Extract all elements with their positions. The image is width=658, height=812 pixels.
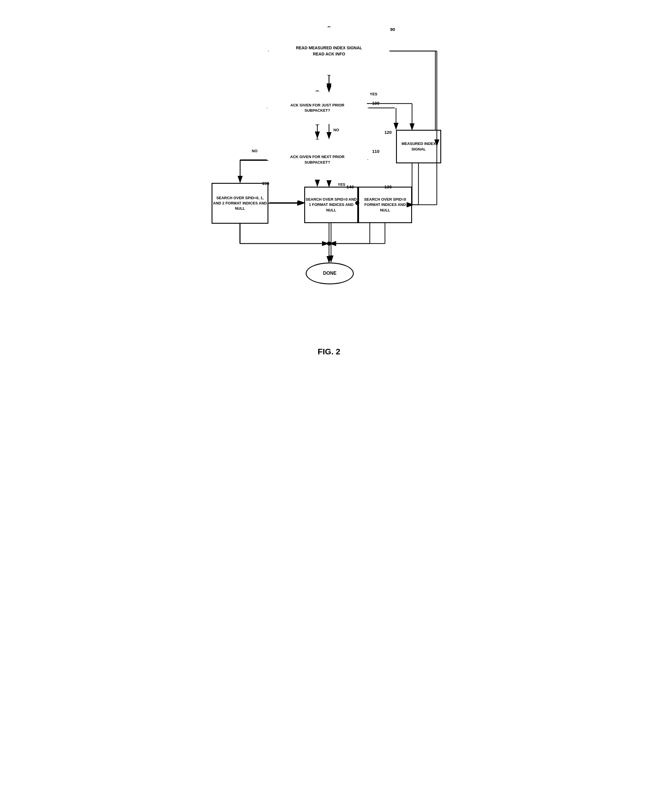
label-130: 130	[384, 184, 392, 189]
yes-label-110: YES	[338, 182, 345, 187]
rect-120: MEASURED INDEX SIGNAL	[396, 130, 441, 163]
ellipse-done: DONE	[306, 262, 354, 284]
diamond-90: READ MEASURED INDEX SIGNAL READ ACK INFO	[268, 26, 390, 76]
label-90: 90	[390, 27, 395, 32]
connector-dot-1	[355, 201, 359, 205]
yes-label-100: YES	[370, 92, 378, 96]
flowchart: READ MEASURED INDEX SIGNAL READ ACK INFO…	[204, 17, 454, 338]
diamond-100: ACK GIVEN FOR JUST PRIOR SUBPACKET?	[266, 90, 368, 126]
no-label-100: NO	[334, 128, 339, 132]
label-110: 110	[372, 149, 379, 154]
label-150: 150	[262, 181, 269, 186]
figure-caption: FIG. 2	[204, 347, 454, 357]
label-140: 140	[346, 184, 354, 189]
rect-140: SEARCH OVER SPID=0 AND 1 FORMAT INDICES …	[304, 187, 358, 223]
rect-130: SEARCH OVER SPID=0 FORMAT INDICES AND NU…	[358, 187, 412, 223]
label-120: 120	[384, 130, 392, 135]
connector-dot-2	[327, 242, 331, 246]
no-label-110: NO	[252, 149, 258, 153]
page: READ MEASURED INDEX SIGNAL READ ACK INFO…	[198, 6, 460, 374]
label-100: 100	[372, 101, 379, 105]
rect-150: SEARCH OVER SPID=0, 1, AND 2 FORMAT INDI…	[212, 183, 268, 224]
diamond-110: ACK GIVEN FOR NEXT PRIOR SUBPACKET?	[266, 138, 368, 181]
